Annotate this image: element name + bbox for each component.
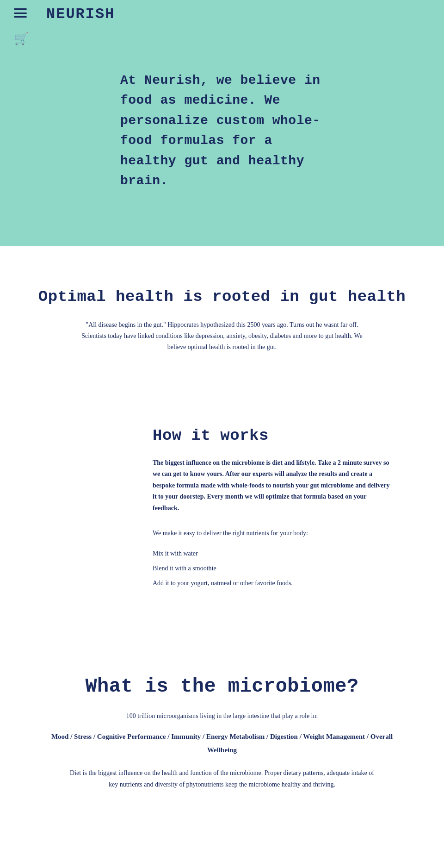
optimal-health-body: "All disease begins in the gut." Hippocr… [79, 319, 365, 352]
microbiome-intro: 100 trillion microorganisms living in th… [37, 711, 407, 722]
hero-text: At Neurish, we believe in food as medici… [120, 70, 324, 191]
how-list-item-2: Blend it with a smoothie [153, 563, 393, 574]
cart-area: 🛒 [0, 26, 444, 52]
microbiome-heading: What is the microbiome? [37, 675, 407, 698]
how-it-works-paragraph: The biggest influence on the microbiome … [153, 457, 393, 514]
how-it-works-heading: How it works [153, 427, 393, 444]
logo-text: NEURISH [46, 6, 115, 23]
section-microbiome: What is the microbiome? 100 trillion mic… [0, 629, 444, 827]
hamburger-menu[interactable] [14, 8, 27, 18]
how-it-works-inner: How it works The biggest influence on th… [153, 427, 393, 589]
hero-section: NEURISH 🛒 At Neurish, we believe in food… [0, 0, 444, 246]
microbiome-body: Diet is the biggest influence on the hea… [65, 768, 379, 790]
nav-bar: NEURISH [0, 0, 444, 26]
how-list-item-3: Add it to your yogurt, oatmeal or other … [153, 578, 393, 589]
section-how-it-works: How it works The biggest influence on th… [0, 390, 444, 630]
optimal-health-heading: Optimal health is rooted in gut health [37, 288, 407, 306]
how-it-works-sub-intro: We make it easy to deliver the right nut… [153, 528, 393, 539]
hero-content: At Neurish, we believe in food as medici… [0, 52, 444, 246]
cart-icon[interactable]: 🛒 [14, 31, 29, 46]
microbiome-tags: Mood / Stress / Cognitive Performance / … [37, 730, 407, 756]
section-optimal-health: Optimal health is rooted in gut health "… [0, 246, 444, 389]
how-list-item-1: Mix it with water [153, 548, 393, 559]
logo: NEURISH [46, 6, 115, 23]
